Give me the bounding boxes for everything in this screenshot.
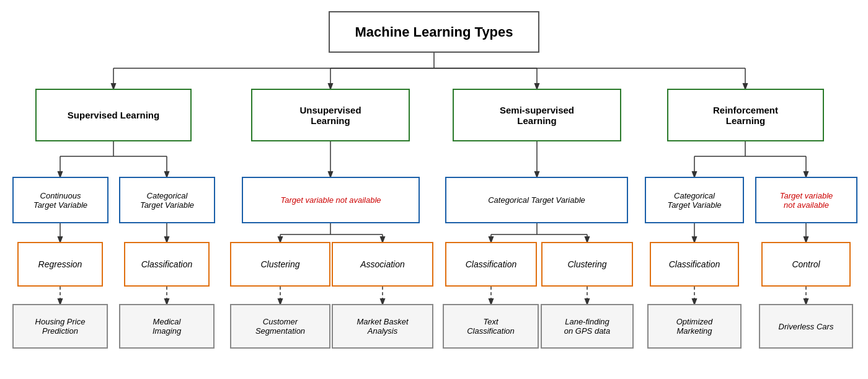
supervised-node: Supervised Learning xyxy=(35,89,192,141)
market-basket-label: Market BasketAnalysis xyxy=(356,317,408,336)
clustering-semi-label: Clustering xyxy=(567,259,606,269)
target-not-avail-node: Target variable not available xyxy=(242,177,420,223)
housing-label: Housing PricePrediction xyxy=(35,317,86,336)
target-not-avail-label: Target variable not available xyxy=(280,195,381,205)
text-class-node: TextClassification xyxy=(443,304,539,349)
regression-node: Regression xyxy=(17,242,103,287)
customer-seg-label: CustomerSegmentation xyxy=(255,317,305,336)
regression-label: Regression xyxy=(38,259,82,269)
opt-marketing-node: OptimizedMarketing xyxy=(647,304,742,349)
reinforcement-node: ReinforcementLearning xyxy=(667,89,824,141)
diagram: Machine Learning Types Supervised Learni… xyxy=(0,0,868,379)
clustering-semi-node: Clustering xyxy=(541,242,633,287)
association-label: Association xyxy=(360,259,405,269)
lane-finding-label: Lane-findingon GPS data xyxy=(564,317,610,336)
lane-finding-node: Lane-findingon GPS data xyxy=(541,304,634,349)
categorical-semi-label: Categorical Target Variable xyxy=(488,195,585,205)
control-node: Control xyxy=(761,242,851,287)
medical-node: MedicalImaging xyxy=(119,304,215,349)
unsupervised-node: Unsupervised Learning xyxy=(251,89,410,141)
categorical-rl-label: CategoricalTarget Variable xyxy=(667,191,721,210)
target-not-avail-rl-node: Target variablenot available xyxy=(755,177,857,223)
classification-rl-label: Classification xyxy=(669,259,720,269)
medical-label: MedicalImaging xyxy=(153,317,181,336)
classification-rl-node: Classification xyxy=(650,242,739,287)
text-class-label: TextClassification xyxy=(467,317,515,336)
target-not-avail-rl-label: Target variablenot available xyxy=(780,191,833,210)
categorical-semi-node: Categorical Target Variable xyxy=(445,177,628,223)
continuous-label: ContinuousTarget Variable xyxy=(33,191,87,210)
categorical-sl-node: CategoricalTarget Variable xyxy=(119,177,215,223)
classification-semi-node: Classification xyxy=(445,242,537,287)
classification-semi-label: Classification xyxy=(466,259,516,269)
association-node: Association xyxy=(332,242,433,287)
clustering-us-node: Clustering xyxy=(230,242,330,287)
categorical-rl-node: CategoricalTarget Variable xyxy=(645,177,744,223)
root-node: Machine Learning Types xyxy=(329,11,539,53)
supervised-label: Supervised Learning xyxy=(68,110,159,120)
root-label: Machine Learning Types xyxy=(355,24,513,40)
market-basket-node: Market BasketAnalysis xyxy=(332,304,433,349)
semi-label: Semi-supervisedLearning xyxy=(500,105,574,126)
driverless-node: Driverless Cars xyxy=(759,304,853,349)
categorical-sl-label: CategoricalTarget Variable xyxy=(140,191,194,210)
customer-seg-node: CustomerSegmentation xyxy=(230,304,330,349)
classification-sl-label: Classification xyxy=(141,259,192,269)
housing-node: Housing PricePrediction xyxy=(12,304,108,349)
control-label: Control xyxy=(792,259,820,269)
continuous-node: ContinuousTarget Variable xyxy=(12,177,108,223)
opt-marketing-label: OptimizedMarketing xyxy=(676,317,713,336)
driverless-label: Driverless Cars xyxy=(779,322,834,331)
reinforcement-label: ReinforcementLearning xyxy=(713,105,778,126)
semi-node: Semi-supervisedLearning xyxy=(453,89,621,141)
classification-sl-node: Classification xyxy=(124,242,210,287)
clustering-us-label: Clustering xyxy=(260,259,299,269)
unsupervised-label: Unsupervised Learning xyxy=(299,105,361,126)
